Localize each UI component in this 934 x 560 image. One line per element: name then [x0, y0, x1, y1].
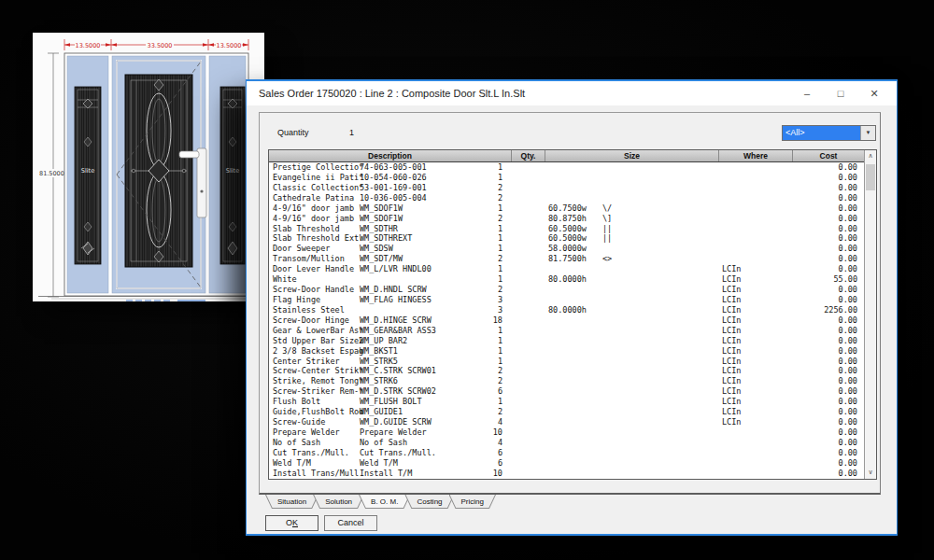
column-header-cost[interactable]: Cost — [793, 150, 864, 161]
table-row[interactable]: Slab Threshold Ext.WM_SDTHREXT160.5000w|… — [269, 233, 864, 244]
cell-code: Cut Trans./Mull. — [360, 448, 436, 458]
table-row[interactable]: Classic Collection*53-001-169-00120.00 — [269, 183, 864, 193]
table-row[interactable]: Screw-Center Strik*WM_C.STRK SCRW012LCIn… — [269, 366, 864, 376]
column-header-description[interactable]: Description — [269, 150, 512, 161]
table-row[interactable]: Screw-GuideWM_D.GUIDE SCRW4LCIn0.00 — [269, 417, 864, 427]
close-icon[interactable]: ✕ — [857, 81, 891, 105]
tab-situation[interactable]: Situation — [265, 495, 318, 509]
cell-qty: 1 — [437, 203, 502, 214]
table-row[interactable]: Cut Trans./Mull.Cut Trans./Mull.60.00 — [269, 448, 864, 458]
table-row[interactable]: Door Lever HandleWM_L/LVR HNDL001LCIn0.0… — [269, 264, 864, 274]
table-row[interactable]: White180.0000hLCIn55.00 — [269, 274, 864, 285]
cell-cost: 0.00 — [755, 285, 857, 295]
cell-qty: 2 — [437, 376, 502, 386]
cell-qty: 2 — [437, 285, 502, 295]
table-row[interactable]: Prepare WelderPrepare Welder100.00 — [269, 427, 864, 438]
cell-description: Evangeline ii Pati* — [273, 173, 363, 183]
cell-description: No of Sash — [273, 438, 320, 448]
cell-description: Door Sweeper — [273, 244, 330, 254]
table-row[interactable]: Flush BoltWM_FLUSH BOLT1LCIn0.00 — [269, 397, 864, 407]
table-row[interactable]: Door SweeperWM_SDSW158.0000w0.00 — [269, 244, 864, 254]
table-row[interactable]: Screw-Door HandleWM_D.HNDL SCRW2LCIn0.00 — [269, 285, 864, 295]
table-row[interactable]: 2 3/8 Backset EspagWM_BKST11LCIn0.00 — [269, 346, 864, 357]
table-row[interactable]: Screw-Striker Rem-*WM_D.STRK SCRW026LCIn… — [269, 386, 864, 397]
table-row[interactable]: Slab ThresholdWM_SDTHR160.5000w||0.00 — [269, 224, 864, 234]
title-bar[interactable]: Sales Order 1750020 : Line 2 : Composite… — [247, 81, 897, 105]
table-row[interactable]: Screw-Door HingeWM_D.HINGE SCRW18LCIn0.0… — [269, 315, 864, 326]
minimize-icon[interactable]: – — [790, 81, 824, 105]
cell-qty: 1 — [437, 264, 502, 274]
cell-description: Gear & LowerBar As* — [273, 326, 363, 336]
cell-where: LCIn — [722, 285, 741, 295]
tab-costing[interactable]: Costing — [404, 495, 454, 509]
table-row[interactable]: Center StrikerWM_STRK51LCIn0.00 — [269, 357, 864, 367]
cell-code: 74-063-005-001 — [360, 162, 427, 173]
cell-qty: 1 — [437, 244, 502, 254]
column-header-size[interactable]: Size — [545, 150, 719, 161]
filter-dropdown-value: <All> — [783, 126, 860, 140]
window-controls: – □ ✕ — [790, 81, 891, 105]
cell-where: LCIn — [722, 376, 741, 386]
ok-button[interactable]: OK — [265, 515, 318, 531]
cancel-button[interactable]: Cancel — [324, 515, 377, 531]
table-row[interactable]: Guide,FlushBolt RodWM_GUIDE12LCIn0.00 — [269, 407, 864, 417]
cell-where: LCIn — [722, 397, 741, 407]
cell-where: LCIn — [722, 386, 741, 397]
table-row[interactable]: 4-9/16" door jambWM_SDOF1W160.7500w\/0.0… — [269, 203, 864, 214]
cell-cost: 0.00 — [755, 173, 857, 183]
cell-where: LCIn — [722, 417, 741, 427]
cell-description: Door Lever Handle — [273, 264, 354, 274]
table-row[interactable]: 4-9/16" door jambWM_SDOF1W280.8750h\]0.0… — [269, 214, 864, 224]
table-row[interactable]: Weld T/MWeld T/M60.00 — [269, 458, 864, 469]
cell-size: 60.5000w — [548, 233, 587, 244]
table-row[interactable]: Strike, Remot Tong*WM_STRK62LCIn0.00 — [269, 376, 864, 386]
cell-qty: 6 — [437, 448, 502, 458]
cell-qty: 1 — [437, 336, 502, 346]
scroll-up-icon[interactable]: ∧ — [865, 150, 876, 162]
scroll-down-icon[interactable]: ∨ — [865, 467, 876, 479]
column-header-where[interactable]: Where — [719, 150, 793, 161]
table-row[interactable]: Transom/MullionWM_SDT/MW281.7500h<>0.00 — [269, 254, 864, 264]
cell-code: WM_GUIDE1 — [360, 407, 403, 417]
cell-size-direction: \/ — [602, 203, 612, 214]
maximize-icon[interactable]: □ — [824, 81, 857, 105]
table-row[interactable]: Flag HingeWM_FLAG HINGESS3LCIn0.00 — [269, 295, 864, 305]
column-header-qty[interactable]: Qty. — [512, 150, 545, 161]
cell-code: WM_SDTHR — [360, 224, 398, 234]
cell-cost: 0.00 — [755, 386, 857, 397]
tab-label: Pricing — [461, 497, 484, 506]
cell-code: WM_UP BAR2 — [360, 336, 407, 346]
cell-qty: 1 — [437, 357, 502, 367]
tab-solution[interactable]: Solution — [313, 495, 364, 509]
cell-cost: 0.00 — [755, 264, 857, 274]
cell-cost: 0.00 — [755, 244, 857, 254]
table-row[interactable]: Stainless Steel380.0000hLCIn2256.00 — [269, 305, 864, 315]
table-row[interactable]: Prestige Collectio*74-063-005-00110.00 — [269, 162, 864, 173]
vertical-scrollbar[interactable]: ∧ ∨ — [864, 150, 876, 479]
cell-qty: 1 — [437, 224, 502, 234]
cell-cost: 0.00 — [755, 315, 857, 326]
table-row[interactable]: Gear & LowerBar As*WM_GEAR&BAR ASS31LCIn… — [269, 326, 864, 336]
tab-pricing[interactable]: Pricing — [449, 495, 496, 509]
cell-cost: 0.00 — [755, 295, 857, 305]
table-row[interactable]: No of SashNo of Sash40.00 — [269, 438, 864, 448]
cell-code: WM_D.HINGE SCRW — [360, 315, 432, 326]
cell-size: 81.7500h — [548, 254, 587, 264]
scrollbar-thumb[interactable] — [866, 164, 875, 190]
table-row[interactable]: Install Trans/MullInstall T/M100.00 — [269, 469, 864, 479]
cell-cost: 0.00 — [755, 254, 857, 264]
cell-qty: 1 — [437, 346, 502, 357]
filter-dropdown[interactable]: <All> ▼ — [782, 125, 876, 141]
table-row[interactable]: Std Upper Bar Size2WM_UP BAR21LCIn0.00 — [269, 336, 864, 346]
cell-qty: 10 — [437, 427, 502, 438]
chevron-down-icon[interactable]: ▼ — [860, 126, 875, 140]
tab-b-o-m[interactable]: B. O. M. — [359, 495, 410, 509]
table-header: DescriptionQty.SizeWhereCost — [269, 150, 864, 162]
tab-label: B. O. M. — [371, 497, 398, 506]
cell-code: WM_FLUSH BOLT — [360, 397, 422, 407]
table-row[interactable]: Evangeline ii Pati*10-054-060-02610.00 — [269, 173, 864, 183]
tab-label: Solution — [325, 497, 352, 506]
table-row[interactable]: Cathedrale Patina10-036-005-00420.00 — [269, 193, 864, 203]
tab-label: Costing — [417, 497, 442, 506]
cell-qty: 1 — [437, 397, 502, 407]
